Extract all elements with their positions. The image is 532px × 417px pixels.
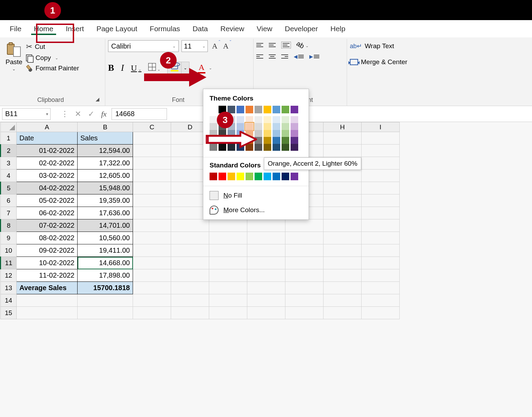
row-header-9[interactable]: 9 (1, 232, 17, 244)
formula-input[interactable]: 14668 (112, 108, 167, 120)
color-swatch[interactable] (228, 130, 235, 137)
cell[interactable] (323, 269, 362, 282)
cell[interactable] (362, 157, 400, 170)
orientation-button[interactable]: ab⌄ (296, 41, 309, 49)
color-swatch[interactable] (219, 144, 226, 151)
color-swatch[interactable] (273, 173, 280, 180)
cell[interactable]: 15,948.00 (78, 182, 133, 194)
cell[interactable] (247, 232, 285, 244)
cell[interactable]: 19,411.00 (78, 244, 133, 257)
cell[interactable] (323, 182, 362, 194)
color-swatch[interactable] (228, 173, 235, 180)
color-swatch[interactable] (237, 116, 244, 123)
cell[interactable] (247, 307, 285, 319)
align-middle[interactable] (269, 43, 276, 47)
cell[interactable] (323, 170, 362, 182)
cell[interactable] (285, 294, 323, 307)
cell[interactable] (171, 257, 209, 269)
cell[interactable] (323, 194, 362, 207)
color-swatch[interactable] (237, 106, 244, 113)
col-header-h[interactable]: H (323, 122, 362, 132)
font-size-select[interactable]: 11 ⌄ (181, 40, 208, 52)
cell[interactable] (209, 282, 247, 294)
cell[interactable] (209, 257, 247, 269)
color-swatch[interactable] (282, 144, 289, 151)
cell[interactable] (362, 145, 400, 157)
align-left[interactable] (256, 54, 263, 59)
cell[interactable] (362, 170, 400, 182)
cell[interactable] (323, 294, 362, 307)
col-header-b[interactable]: B (78, 122, 133, 132)
cell[interactable]: 05-02-2022 (17, 194, 78, 207)
color-swatch[interactable] (264, 144, 271, 151)
color-swatch[interactable] (246, 173, 253, 180)
cell[interactable] (362, 282, 400, 294)
cell[interactable] (362, 232, 400, 244)
decrease-indent[interactable]: ◀ (294, 54, 304, 59)
cell[interactable] (247, 257, 285, 269)
clipboard-dialog-launcher[interactable]: ◢ (96, 96, 99, 102)
cell[interactable]: 04-02-2022 (17, 182, 78, 194)
color-swatch[interactable] (219, 130, 226, 137)
cell[interactable]: 02-02-2022 (17, 157, 78, 170)
select-all-corner[interactable] (1, 122, 17, 132)
cell[interactable] (323, 244, 362, 257)
row-header-11[interactable]: 11 (1, 257, 17, 269)
cell[interactable] (209, 307, 247, 319)
tab-page-layout[interactable]: Page Layout (90, 21, 143, 36)
row-header-10[interactable]: 10 (1, 244, 17, 257)
cell[interactable] (362, 294, 400, 307)
color-swatch[interactable] (273, 137, 280, 144)
cell[interactable] (285, 307, 323, 319)
color-swatch[interactable] (291, 173, 298, 180)
tab-formulas[interactable]: Formulas (143, 21, 186, 36)
cell[interactable] (362, 257, 400, 269)
tab-developer[interactable]: Developer (278, 21, 324, 36)
cell[interactable] (133, 269, 171, 282)
copy-dropdown[interactable]: ⌄ (55, 56, 58, 60)
cell[interactable] (133, 194, 171, 207)
cell[interactable] (209, 244, 247, 257)
color-swatch[interactable] (246, 137, 253, 144)
tab-review[interactable]: Review (214, 21, 250, 36)
cell[interactable]: 12,605.00 (78, 170, 133, 182)
cell[interactable] (133, 232, 171, 244)
underline-button[interactable]: U⌄ (131, 63, 141, 73)
cell[interactable] (133, 170, 171, 182)
borders-button[interactable]: ⌄ (148, 63, 160, 73)
fx-dots[interactable]: ⋮ (61, 110, 68, 119)
tab-file[interactable]: File (3, 21, 28, 36)
increase-indent[interactable]: ▶ (309, 54, 319, 59)
cancel-formula[interactable]: ✕ (75, 110, 81, 119)
cell[interactable] (171, 294, 209, 307)
cell[interactable]: 17,636.00 (78, 207, 133, 219)
cell[interactable]: Date (17, 132, 78, 145)
cell[interactable]: 14,668.00 (78, 257, 133, 269)
font-color-button[interactable]: A⌄ (196, 63, 213, 73)
bold-button[interactable]: B (108, 63, 114, 73)
decrease-font-size[interactable]: A (222, 42, 230, 51)
row-header-12[interactable]: 12 (1, 269, 17, 282)
cell[interactable] (362, 219, 400, 232)
col-header-a[interactable]: A (17, 122, 78, 132)
cell[interactable]: 01-02-2022 (17, 145, 78, 157)
color-swatch[interactable] (264, 123, 271, 130)
insert-function[interactable]: fx (101, 110, 107, 119)
cell[interactable] (133, 182, 171, 194)
cell[interactable] (247, 282, 285, 294)
cell[interactable] (133, 307, 171, 319)
accept-formula[interactable]: ✓ (88, 110, 94, 119)
row-header-13[interactable]: 13 (1, 282, 17, 294)
color-swatch[interactable] (291, 144, 298, 151)
cell[interactable] (133, 207, 171, 219)
color-swatch[interactable] (246, 106, 253, 113)
color-swatch[interactable] (228, 144, 235, 151)
color-swatch[interactable] (237, 123, 244, 130)
cell[interactable] (362, 182, 400, 194)
color-swatch[interactable] (282, 123, 289, 130)
color-swatch[interactable] (210, 116, 217, 123)
align-top[interactable] (256, 43, 263, 47)
color-swatch[interactable] (282, 173, 289, 180)
format-painter-button[interactable]: Format Painter (26, 64, 79, 72)
cell[interactable] (247, 294, 285, 307)
